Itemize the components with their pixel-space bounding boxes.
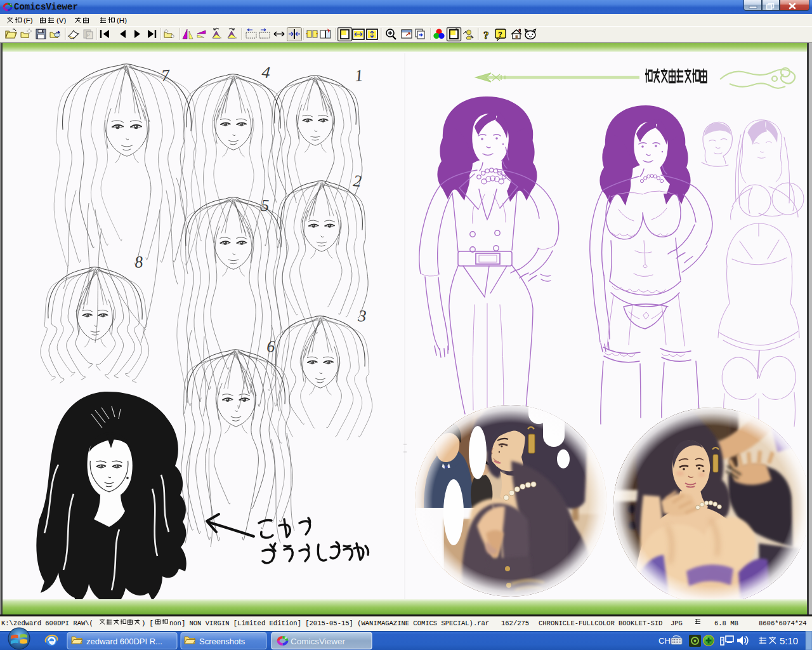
svg-text:P: P — [87, 33, 90, 37]
svg-text:8: 8 — [134, 253, 143, 272]
svg-text:3: 3 — [357, 307, 367, 326]
svg-text:1: 1 — [354, 66, 363, 85]
svg-text:CH: CH — [658, 636, 671, 646]
svg-text:) [: ) [ — [141, 620, 154, 627]
svg-text:5:10: 5:10 — [780, 635, 798, 646]
svg-text:8606*6074*24: 8606*6074*24 — [759, 620, 807, 627]
svg-text:2: 2 — [352, 171, 362, 190]
svg-text:CHRONICLE-FULLCOLOR BOOKLET-SI: CHRONICLE-FULLCOLOR BOOKLET-SID — [539, 620, 662, 627]
svg-text:non] NON VIRGIN [Limited Editi: non] NON VIRGIN [Limited Edition] [2015-… — [169, 620, 489, 627]
svg-text:6.8 MB: 6.8 MB — [714, 620, 738, 627]
svg-text:zedward 600DPI R...: zedward 600DPI R... — [86, 637, 162, 646]
svg-text:ComicsViewer: ComicsViewer — [291, 637, 346, 646]
svg-text:Screenshots: Screenshots — [199, 637, 246, 646]
svg-text:7: 7 — [160, 66, 171, 85]
svg-text:?: ? — [498, 30, 502, 38]
svg-text:4: 4 — [261, 63, 270, 82]
svg-text:(F): (F) — [23, 17, 33, 24]
svg-text:JPG: JPG — [671, 620, 683, 627]
svg-text:K:\zedward 600DPI RAW\(: K:\zedward 600DPI RAW\( — [1, 620, 93, 627]
svg-text:?: ? — [483, 29, 489, 41]
svg-text:(H): (H) — [117, 17, 127, 24]
svg-text:5: 5 — [261, 196, 270, 215]
svg-text:(V): (V) — [56, 17, 67, 24]
svg-text:162/275: 162/275 — [501, 620, 529, 627]
